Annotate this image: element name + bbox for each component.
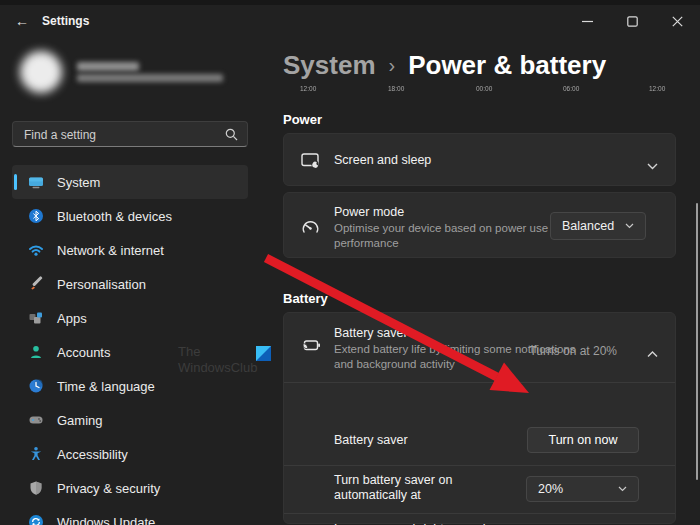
accessibility-person-icon [28,446,44,462]
sidebar-item-label: Accounts [57,345,110,360]
person-icon [28,344,44,360]
chart-tick-label: 12:00 [649,85,665,92]
sidebar-item-system[interactable]: System [12,165,248,199]
sidebar-item-label: Apps [57,311,87,326]
user-email-redacted [77,74,223,82]
sidebar-item-label: Personalisation [57,277,146,292]
sidebar-item-label: Privacy & security [57,481,160,496]
power-mode-gauge-icon [300,217,321,242]
row-divider [284,513,675,514]
chart-tick-label: 00:00 [476,85,492,92]
turn-on-now-label: Turn on now [548,433,617,447]
screen-and-sleep-card[interactable]: Screen and sleep [283,133,676,186]
chevron-down-icon [625,223,634,229]
screen-sleep-label: Screen and sleep [334,153,431,168]
window-controls [565,5,700,37]
sidebar-item-label: Gaming [57,413,103,428]
sidebar-item-label: Time & language [57,379,155,394]
clock-icon [28,378,44,394]
user-avatar[interactable] [20,51,62,93]
sidebar-item-label: Accessibility [57,447,128,462]
search-icon[interactable] [225,127,238,145]
vertical-scrollbar[interactable] [696,203,698,480]
battery-chart-tick-row: 12:00 18:00 00:00 06:00 12:00 [283,85,676,95]
minimize-button[interactable] [565,5,610,37]
breadcrumb-parent[interactable]: System [283,50,376,80]
auto-threshold-select[interactable]: 20% [526,476,639,502]
sidebar-item-label: System [57,175,100,190]
battery-saver-status: Turns on at 20% [529,344,617,358]
power-mode-selected-value: Balanced [562,219,614,233]
titlebar: ← Settings [0,5,700,37]
battery-section-heading: Battery [283,291,328,306]
paintbrush-icon [28,276,44,292]
sidebar-item-personalisation[interactable]: Personalisation [12,267,248,301]
sidebar-item-accessibility[interactable]: Accessibility [12,437,248,471]
power-mode-title: Power mode [334,205,404,220]
watermark-text: The WindowsClub [178,344,257,376]
row-divider [284,382,675,383]
sidebar-item-windows-update[interactable]: Windows Update [12,505,248,525]
search-box [12,121,248,147]
shield-icon [28,480,44,496]
sidebar-item-apps[interactable]: Apps [12,301,248,335]
watermark-line2: WindowsClub [178,360,257,376]
app-title: Settings [42,14,89,28]
sidebar-item-label: Windows Update [57,515,155,525]
search-input[interactable] [22,123,216,147]
auto-threshold-label: Turn battery saver on automatically at [334,473,502,503]
breadcrumb-separator-icon: › [389,54,396,76]
back-button[interactable]: ← [13,12,31,30]
user-name-redacted [77,62,139,71]
chevron-down-icon[interactable] [647,156,658,174]
sidebar-item-gaming[interactable]: Gaming [12,403,248,437]
bluetooth-icon [28,208,44,224]
chart-tick-label: 12:00 [300,85,316,92]
windowsclub-logo-icon [256,346,271,361]
battery-saver-title: Battery saver [334,326,408,341]
auto-threshold-value: 20% [538,482,563,496]
sidebar-item-label: Bluetooth & devices [57,209,172,224]
maximize-button[interactable] [610,5,655,37]
power-mode-card: Power mode Optimise your device based on… [283,192,676,258]
battery-saver-row-label: Battery saver [334,433,408,448]
apps-icon [28,310,44,326]
row-divider [284,465,675,466]
power-mode-select[interactable]: Balanced [550,212,646,240]
sidebar-item-network-internet[interactable]: Network & internet [12,233,248,267]
update-refresh-icon [28,514,44,525]
sidebar-item-privacy-security[interactable]: Privacy & security [12,471,248,505]
sidebar-item-label: Network & internet [57,243,164,258]
chart-tick-label: 06:00 [563,85,579,92]
power-mode-description: Optimise your device based on power use … [334,221,574,251]
watermark-line1: The [178,344,257,360]
breadcrumb: System›Power & battery [283,50,606,81]
chevron-up-icon[interactable] [647,344,658,362]
gamepad-icon [28,412,44,428]
sidebar-item-bluetooth-devices[interactable]: Bluetooth & devices [12,199,248,233]
turn-on-now-button[interactable]: Turn on now [527,427,639,453]
page-title: Power & battery [408,50,606,80]
chart-tick-label: 18:00 [388,85,404,92]
screen-sleep-icon [300,150,321,175]
wifi-icon [28,242,44,258]
power-section-heading: Power [283,112,322,127]
chevron-down-icon [618,486,627,492]
close-button[interactable] [655,5,700,37]
battery-saver-icon [300,335,322,360]
battery-saver-card: Battery saver Extend battery life by lim… [283,312,676,524]
system-icon [28,174,44,190]
settings-window: ← Settings System [0,0,700,525]
selection-accent-bar [14,174,17,190]
